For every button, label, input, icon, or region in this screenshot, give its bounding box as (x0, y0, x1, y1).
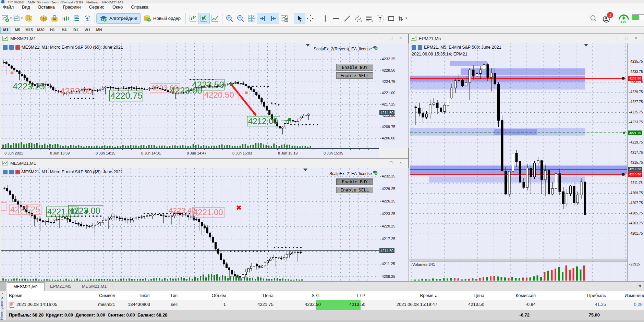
tab-scroll-left-icon[interactable]: ◀ (638, 284, 641, 287)
timeframe-m15[interactable]: M15 (24, 27, 34, 33)
quick-trade-icon[interactable] (15, 170, 20, 174)
timeframe-h4[interactable]: H4 (59, 27, 69, 33)
quick-panel-icon[interactable] (418, 45, 422, 50)
column-header-4[interactable]: Объем (212, 293, 226, 298)
zoom-out-button[interactable] (235, 13, 246, 24)
tile-windows-button[interactable] (246, 13, 257, 24)
timeframe-m5[interactable]: M5 (12, 27, 23, 33)
candlestick-chart-button[interactable] (198, 13, 209, 24)
quick-panel-icon[interactable] (9, 45, 14, 50)
column-header-6[interactable]: S / L (312, 293, 321, 298)
trendline-button[interactable] (342, 13, 353, 24)
window-maximize-button[interactable]: □ (390, 160, 392, 165)
auto-scroll-button[interactable] (257, 13, 268, 24)
toolbox-tab-0[interactable]: MESM21,M1 (7, 282, 45, 291)
trade-table-row[interactable]: 2021.06.08 14:16:05mesm21134430903sell14… (6, 300, 644, 310)
equidistant-channel-button[interactable]: E (353, 13, 364, 24)
fibonacci-button[interactable]: F (364, 13, 375, 24)
chart-plot[interactable] (410, 44, 627, 281)
line-chart-button[interactable] (209, 13, 220, 24)
window-close-button[interactable]: × (399, 160, 402, 165)
volume-scale-label: 23915 (629, 262, 640, 266)
column-header-9[interactable]: Цена (474, 293, 484, 298)
arrows-button[interactable]: ▼ (397, 13, 408, 24)
timeframe-d1[interactable]: D1 (71, 27, 81, 33)
price-scale[interactable]: 4232.254228.504224.754221.004217.254213.… (379, 44, 409, 148)
account-status-bar: ⊕Прибыль: 68.28 Кредит: 0.00 Депозит: 0.… (0, 310, 644, 320)
crosshair-button[interactable] (305, 13, 316, 24)
close-icon[interactable]: × (1, 292, 3, 296)
window-minimize-button[interactable]: – (380, 160, 382, 165)
price-scale[interactable]: 4232.254229.254226.254223.254220.254217.… (379, 168, 409, 281)
chart-window-titlebar[interactable]: MESM21,M1 (0, 34, 408, 43)
signals-button[interactable] (60, 13, 71, 24)
one-click-trading-icon[interactable] (3, 170, 8, 174)
templates-button[interactable] (279, 13, 290, 24)
new-order-button[interactable]: Новый ордер (141, 14, 184, 23)
window-maximize-button[interactable]: □ (625, 36, 628, 40)
window-title-bar[interactable]: 12105358 - AMP Globals Demo(Demo)-CQG - … (0, 0, 644, 3)
price-scale-label: 4227.75 (629, 100, 643, 104)
column-header-7[interactable]: Т / Р (356, 293, 365, 298)
community-button[interactable] (82, 13, 93, 24)
profiles-button[interactable]: ▼ (12, 13, 23, 24)
new-chart-button[interactable]: ▼ (1, 13, 12, 24)
rectangle-button[interactable] (386, 13, 397, 24)
quick-trade-icon[interactable] (15, 45, 20, 50)
enable-sell-button[interactable]: Enable SELL (336, 187, 373, 193)
enable-sell-button[interactable]: Enable SELL (336, 72, 373, 79)
column-header-10[interactable]: Комиссия (516, 293, 536, 298)
menu-item-3[interactable]: Графики (60, 4, 86, 10)
timeframe-h1[interactable]: H1 (47, 27, 58, 33)
chart-shift-button[interactable] (268, 13, 279, 24)
column-header-11[interactable]: Прибыль (587, 293, 606, 298)
text-button[interactable]: T (375, 13, 386, 24)
window-minimize-button[interactable]: – (380, 36, 382, 40)
cursor-button[interactable] (294, 13, 305, 24)
menu-item-6[interactable]: Справка (128, 4, 154, 10)
vertical-line-button[interactable] (320, 13, 331, 24)
chart-window-titlebar[interactable]: MESM21,M1 (0, 159, 408, 168)
toolbox-tab-2[interactable]: MESM21,M1 (77, 282, 112, 291)
enable-buy-button[interactable]: Enable BUY (336, 178, 373, 185)
menu-item-4[interactable]: Сервис (86, 4, 110, 10)
timeframe-w1[interactable]: W1 (82, 27, 93, 33)
horizontal-line-button[interactable] (331, 13, 342, 24)
toolbox-tab-1[interactable]: EPM21,M5 (46, 282, 75, 291)
market-watch-button[interactable]: $ (23, 13, 34, 24)
menu-item-1[interactable]: Вид (19, 4, 36, 10)
timeframe-m30[interactable]: M30 (36, 27, 46, 33)
menu-item-0[interactable]: Файл (0, 4, 19, 10)
timeframe-m1[interactable]: M1 (1, 27, 11, 33)
toolbox-vertical-tab[interactable]: Инструменты (0, 296, 4, 320)
quick-panel-icon[interactable] (9, 170, 14, 174)
vps-button[interactable] (71, 13, 82, 24)
timeframe-mn[interactable]: MN (94, 27, 104, 33)
column-header-2[interactable]: Тикет (139, 293, 150, 298)
enable-buy-button[interactable]: Enable BUY (336, 64, 373, 71)
window-close-button[interactable]: × (635, 36, 637, 40)
algo-trading-button[interactable]: Алготрейдинг (97, 14, 141, 23)
column-header-8[interactable]: Время ▲ (420, 293, 437, 298)
lvl-indicator-icon[interactable]: LVL (618, 13, 630, 24)
column-header-1[interactable]: Символ (99, 293, 115, 298)
search-icon[interactable] (590, 15, 597, 22)
one-click-trading-icon[interactable] (3, 45, 8, 50)
menu-item-5[interactable]: Окно (110, 4, 128, 10)
history-button[interactable]: $ (38, 13, 49, 24)
bar-chart-button[interactable] (187, 13, 198, 24)
menu-item-2[interactable]: Вставка (36, 4, 60, 10)
price-scale[interactable]: 4235.754233.754231.754229.754227.754225.… (628, 44, 644, 281)
time-scale[interactable]: 8 Jun 20218 Jun 13:598 Jun 14:158 Jun 14… (1, 148, 379, 158)
column-header-0[interactable]: Время (9, 293, 22, 298)
market-button[interactable] (49, 13, 60, 24)
column-header-5[interactable]: Цена (263, 293, 274, 298)
window-minimize-button[interactable]: – (616, 36, 618, 40)
zoom-in-button[interactable] (224, 13, 235, 24)
window-close-button[interactable]: × (399, 36, 402, 40)
column-header-12[interactable]: Изменение (624, 293, 644, 298)
window-maximize-button[interactable]: □ (390, 36, 392, 40)
one-click-trading-icon[interactable] (412, 45, 416, 50)
chart-window-titlebar[interactable]: EPM21,M5 (409, 34, 644, 43)
chart-plot[interactable] (1, 168, 379, 281)
